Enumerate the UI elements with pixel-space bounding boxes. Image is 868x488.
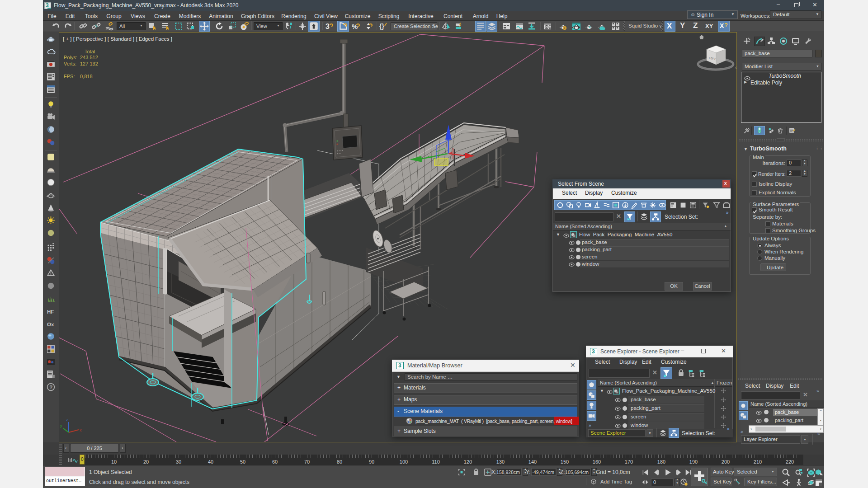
svg-text:y: y — [60, 423, 62, 428]
svg-text:{}: {} — [379, 23, 384, 30]
svg-text:x: x — [80, 428, 82, 432]
svg-text:z: z — [66, 418, 68, 422]
svg-text:%: % — [352, 23, 358, 30]
svg-text:3: 3 — [326, 23, 330, 30]
svg-text:HF: HF — [47, 309, 54, 314]
svg-text:Ox: Ox — [47, 322, 54, 327]
svg-text:?: ? — [49, 385, 52, 390]
